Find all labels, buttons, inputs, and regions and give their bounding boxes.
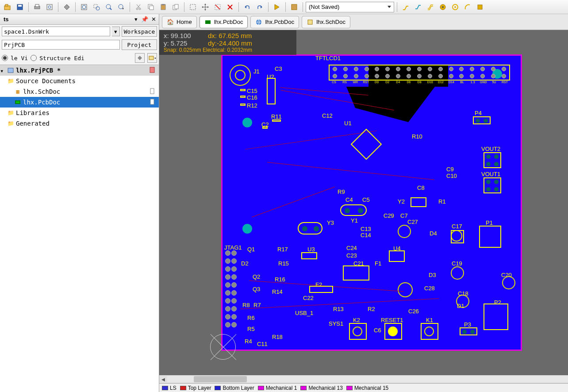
project-combo[interactable] [2, 40, 120, 50]
svg-rect-57 [308, 20, 312, 24]
redo-icon[interactable] [254, 1, 265, 13]
layer-tab-top[interactable]: Top Layer [180, 385, 211, 391]
layer-tab-mech15[interactable]: Mechanical 15 [346, 385, 388, 391]
origin-marker [210, 334, 236, 360]
zoom-area-icon[interactable] [91, 1, 102, 13]
schdoc-icon [14, 88, 21, 95]
pcb-canvas[interactable]: x: 99.100dx: 67.625 mm y: 5.725dy:-24.40… [159, 30, 568, 375]
fill-icon[interactable] [474, 1, 486, 13]
via-icon[interactable] [437, 1, 449, 13]
clear-icon[interactable] [224, 1, 236, 13]
svg-rect-48 [149, 56, 154, 60]
layer-tab-ls[interactable]: LS [162, 385, 177, 391]
tab-pcbdoc-1[interactable]: lhx.PcbDoc [200, 16, 248, 28]
tree-folder-libraries[interactable]: Libraries [0, 108, 159, 118]
coordinate-display: x: 99.100dx: 67.625 mm y: 5.725dy:-24.40… [159, 30, 296, 55]
horizontal-scrollbar[interactable]: ◄ [159, 375, 568, 383]
button-k2 [349, 323, 367, 340]
svg-rect-46 [478, 5, 482, 9]
workspace-combo-dropdown[interactable]: ▾ [112, 27, 120, 36]
undo-icon[interactable] [242, 1, 253, 13]
route-multi-icon[interactable] [425, 1, 436, 13]
tab-schdoc[interactable]: lhx.SchDoc [302, 16, 350, 28]
run-icon[interactable] [271, 1, 283, 13]
tree-file-sch[interactable]: lhx.SchDoc [0, 86, 159, 97]
svg-rect-49 [8, 68, 13, 73]
workspace-button[interactable]: Workspace [122, 26, 157, 37]
fiducial [242, 224, 252, 234]
layer-tab-bottom[interactable]: Bottom Layer [215, 385, 254, 391]
connector-p1 [479, 226, 501, 248]
browser-tab-icon [255, 19, 262, 26]
svg-rect-54 [150, 99, 154, 104]
select-area-icon[interactable] [187, 1, 199, 13]
tab-pcbdoc-2[interactable]: lhx.PcbDoc [250, 16, 299, 28]
tree-folder-generated[interactable]: Generated [0, 118, 159, 129]
chevron-down-icon [388, 6, 391, 8]
doc-status-icon [149, 67, 156, 74]
radio-structure[interactable] [31, 55, 37, 61]
pcb-board[interactable]: TFTLCD1 CSRSWRRSTD0D2D4D6D8D10D12D14BL1.… [221, 54, 522, 351]
svg-rect-24 [162, 4, 165, 5]
cut-icon[interactable] [133, 1, 144, 13]
workspace-combo[interactable] [2, 27, 110, 36]
svg-marker-30 [204, 4, 206, 5]
scroll-left-arrow[interactable]: ◄ [159, 376, 167, 383]
copy-icon[interactable] [145, 1, 157, 13]
tree-file-pcb[interactable]: lhx.PcbDoc [0, 97, 159, 108]
document-combo[interactable]: (Not Saved) [306, 2, 394, 12]
route-icon[interactable] [400, 1, 411, 13]
duplicate-icon[interactable] [170, 1, 181, 13]
connector-p3 [460, 327, 477, 335]
preview-icon[interactable] [44, 1, 55, 13]
tree-root[interactable]: ▾ lhx.PrjPCB * [0, 65, 159, 76]
crystal-y1 [340, 204, 367, 216]
open-icon[interactable] [2, 1, 13, 13]
project-button[interactable]: Project [122, 39, 157, 50]
route-diff-icon[interactable] [412, 1, 424, 13]
svg-marker-16 [122, 8, 124, 10]
svg-rect-11 [94, 4, 97, 8]
close-icon[interactable]: ✕ [150, 16, 157, 23]
print-icon[interactable] [31, 1, 43, 13]
svg-rect-5 [35, 4, 39, 7]
tab-home[interactable]: 🏠 Home [162, 16, 197, 28]
zoom-selected-icon[interactable] [103, 1, 115, 13]
scroll-thumb[interactable] [194, 376, 247, 382]
project-tree: ▾ lhx.PrjPCB * Source Documents lhx.SchD… [0, 65, 159, 392]
layer-tab-mech13[interactable]: Mechanical 13 [300, 385, 342, 391]
zoom-dropdown-icon[interactable] [115, 1, 127, 13]
radio-file-view[interactable] [2, 55, 8, 61]
panel-title: ts [2, 16, 9, 23]
tree-folder-source[interactable]: Source Documents [0, 76, 159, 86]
deselect-icon[interactable] [212, 1, 223, 13]
svg-line-35 [215, 5, 220, 9]
button-k1 [421, 323, 438, 340]
move-icon[interactable] [200, 1, 211, 13]
svg-rect-3 [18, 5, 22, 7]
svg-point-10 [82, 5, 86, 9]
pcb-tab-icon [204, 19, 211, 26]
svg-rect-1 [5, 4, 8, 6]
paste-icon[interactable] [157, 1, 169, 13]
layer-tab-mech1[interactable]: Mechanical 1 [258, 385, 297, 391]
panel-options2-icon[interactable]: ▾ [147, 53, 157, 63]
fiducial [242, 118, 252, 127]
main-toolbar: (Not Saved) [0, 0, 568, 14]
svg-point-20 [139, 8, 141, 10]
pin-icon[interactable]: 📌 [141, 16, 148, 23]
home-icon: 🏠 [167, 19, 174, 26]
dropdown-icon[interactable]: ▾ [132, 16, 139, 23]
svg-rect-22 [150, 6, 154, 10]
svg-rect-26 [175, 4, 178, 9]
zoom-fit-icon[interactable] [78, 1, 90, 13]
fuse-f1 [343, 265, 369, 281]
compile-icon[interactable] [61, 1, 73, 13]
pad-icon[interactable] [449, 1, 461, 13]
save-icon[interactable] [14, 1, 26, 13]
crystal-y2 [411, 197, 426, 207]
svg-rect-6 [47, 4, 52, 10]
arc-icon[interactable] [462, 1, 473, 13]
altium-icon[interactable] [288, 1, 300, 13]
panel-options-icon[interactable] [135, 53, 145, 63]
